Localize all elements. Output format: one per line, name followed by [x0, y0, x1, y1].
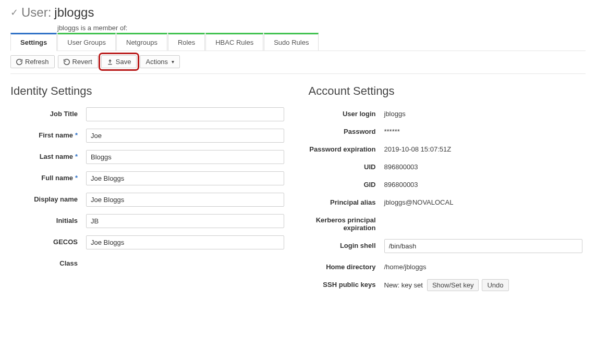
user-login-label: User login — [309, 107, 384, 118]
tab-settings[interactable]: Settings — [10, 33, 57, 51]
ssh-public-keys-label: SSH public keys — [309, 278, 384, 288]
identity-heading: Identity Settings — [10, 84, 288, 98]
password-expiration-value: 2019-10-08 15:07:51Z — [384, 143, 586, 153]
undo-button[interactable]: Undo — [482, 279, 508, 291]
chevron-down-icon: ▾ — [172, 59, 174, 65]
tabs: Settings User Groups Netgroups Roles HBA… — [10, 33, 586, 51]
principal-alias-label: Principal alias — [309, 196, 384, 206]
tab-sudo-rules[interactable]: Sudo Rules — [264, 33, 319, 51]
refresh-button[interactable]: Refresh — [10, 55, 55, 68]
check-icon: ✓ — [10, 7, 18, 18]
page-title: ✓ User: jbloggs — [10, 5, 586, 20]
title-prefix: User: — [21, 5, 51, 20]
tab-netgroups[interactable]: Netgroups — [116, 33, 167, 51]
uid-label: UID — [309, 160, 384, 171]
kerberos-expiration-value — [384, 214, 586, 216]
initials-label: Initials — [10, 214, 86, 224]
job-title-input[interactable] — [86, 107, 284, 121]
job-title-label: Job Title — [10, 107, 86, 118]
full-name-input[interactable] — [86, 171, 284, 185]
toolbar: Refresh Revert Save Actions ▾ — [10, 55, 586, 74]
actions-label: Actions — [145, 58, 168, 66]
account-heading: Account Settings — [309, 84, 586, 98]
account-settings-section: Account Settings User login jbloggs Pass… — [309, 84, 586, 298]
upload-icon — [107, 59, 113, 65]
refresh-icon — [16, 59, 22, 65]
password-value: ****** — [384, 125, 586, 135]
member-of-label: jbloggs is a member of: — [57, 24, 586, 32]
gecos-input[interactable] — [86, 235, 284, 249]
ssh-new-key-text: New: key set — [384, 281, 423, 289]
revert-icon — [64, 59, 70, 65]
password-expiration-label: Password expiration — [309, 143, 384, 153]
display-name-input[interactable] — [86, 193, 284, 207]
last-name-input[interactable] — [86, 150, 284, 164]
login-shell-label: Login shell — [309, 239, 384, 249]
tab-user-groups[interactable]: User Groups — [57, 33, 116, 51]
tab-roles[interactable]: Roles — [168, 33, 205, 51]
login-shell-input[interactable] — [384, 239, 582, 253]
actions-button[interactable]: Actions ▾ — [140, 55, 180, 68]
identity-settings-section: Identity Settings Job Title First name* … — [10, 84, 288, 298]
first-name-input[interactable] — [86, 129, 284, 143]
save-button[interactable]: Save — [101, 55, 137, 68]
home-directory-value: /home/jbloggs — [384, 260, 586, 271]
user-login-value: jbloggs — [384, 107, 586, 118]
revert-label: Revert — [72, 58, 92, 66]
refresh-label: Refresh — [25, 58, 49, 66]
save-label: Save — [116, 58, 131, 66]
uid-value: 896800003 — [384, 160, 586, 171]
principal-alias-value: jbloggs@NOVALOCAL — [384, 196, 586, 206]
first-name-label: First name* — [10, 129, 86, 139]
tab-hbac-rules[interactable]: HBAC Rules — [205, 33, 263, 51]
display-name-label: Display name — [10, 193, 86, 203]
show-set-key-button[interactable]: Show/Set key — [427, 279, 479, 291]
gecos-label: GECOS — [10, 235, 86, 246]
initials-input[interactable] — [86, 214, 284, 228]
gid-label: GID — [309, 178, 384, 189]
title-username: jbloggs — [54, 5, 94, 20]
home-directory-label: Home directory — [309, 260, 384, 271]
last-name-label: Last name* — [10, 150, 86, 160]
password-label: Password — [309, 125, 384, 135]
kerberos-expiration-label: Kerberos principal expiration — [309, 214, 384, 232]
gid-value: 896800003 — [384, 178, 586, 189]
svg-rect-0 — [108, 64, 112, 65]
full-name-label: Full name* — [10, 171, 86, 182]
revert-button[interactable]: Revert — [58, 55, 98, 68]
class-label: Class — [10, 257, 86, 267]
